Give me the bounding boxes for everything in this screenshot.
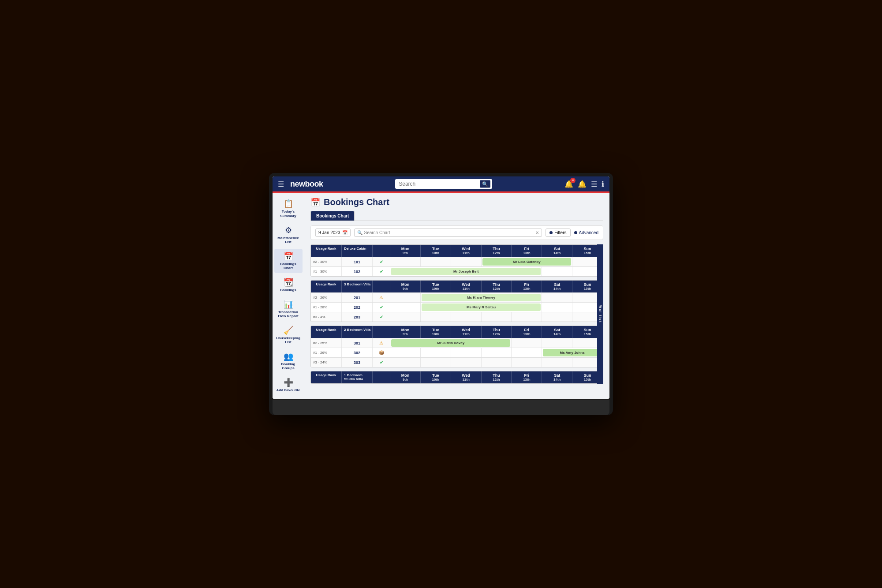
sidebar-item-booking-groups[interactable]: 👥 Booking Groups xyxy=(274,349,303,373)
col-fri: Fri13th xyxy=(512,371,542,383)
chart-search-input[interactable] xyxy=(364,230,534,235)
sidebar-label-transaction: Transaction Flow Report xyxy=(276,310,301,318)
col-sat: Sat14th xyxy=(542,245,572,257)
col-status xyxy=(373,326,390,338)
advanced-button[interactable]: Advanced xyxy=(574,230,598,235)
booking-bar[interactable]: Mr Lola Gatenby xyxy=(482,258,572,266)
sidebar-item-transaction[interactable]: 📊 Transaction Flow Report xyxy=(274,297,303,321)
day-4 xyxy=(482,358,512,367)
check-icon: ✔ xyxy=(380,360,383,365)
table-row: #3 - 4% 203 ✔ xyxy=(311,312,603,322)
nav-search-wrap: 🔍 xyxy=(328,179,560,189)
top-nav: ☰ newbook 🔍 🔔 4 🔔 ☰ ℹ xyxy=(273,176,609,193)
advanced-dot xyxy=(574,231,577,234)
table-row: #1 - 28% 202 ✔ Ms Mary R Saltau xyxy=(311,302,603,312)
rank-cell: #2 - 30% xyxy=(311,257,342,266)
booking-bar[interactable]: Mr Justin Dovey xyxy=(391,339,510,347)
sidebar-item-housekeeping[interactable]: 🧹 Housekeeping List xyxy=(274,323,303,347)
col-wed: Wed11th xyxy=(451,326,482,338)
day-6 xyxy=(542,267,572,276)
bookings-chart-tab[interactable]: Bookings Chart xyxy=(310,211,355,221)
day-1 xyxy=(390,312,421,322)
sidebar-label-todays-summary: Today's Summary xyxy=(276,210,301,218)
section-1bed-header: Usage Rank 1 Bedroom Studio Villa Mon9th… xyxy=(311,371,603,383)
status-cell: ✔ xyxy=(373,303,390,312)
room-cell: 202 xyxy=(342,303,373,312)
booking-bar[interactable]: Mr Joseph Belt xyxy=(391,268,541,275)
col-fri: Fri13th xyxy=(512,326,542,338)
day-4 xyxy=(482,312,512,322)
day-2 xyxy=(421,257,451,266)
day-6 xyxy=(542,293,572,302)
col-mon: Mon9th xyxy=(390,281,421,292)
day-6 xyxy=(542,358,572,367)
nav-icons: 🔔 4 🔔 ☰ ℹ xyxy=(564,180,604,188)
rank-cell: #2 - 26% xyxy=(311,293,342,302)
col-usage-rank: Usage Rank xyxy=(311,245,342,257)
todays-summary-icon: 📋 xyxy=(284,199,293,209)
sidebar-item-maintenance[interactable]: ⚙ Maintanence List xyxy=(274,223,303,247)
day-6 xyxy=(542,312,572,322)
section-2-bedroom-villa: Usage Rank 2 Bedroom Villa Mon9th Tue10t… xyxy=(310,326,603,367)
booking-bar[interactable]: Ms Amy Johns xyxy=(543,349,602,356)
col-usage-rank: Usage Rank xyxy=(311,281,342,292)
col-thu: Thu12th xyxy=(482,245,512,257)
check-icon: ✔ xyxy=(380,259,383,264)
filters-button[interactable]: Filters xyxy=(546,228,570,237)
sidebar-item-bookings[interactable]: 📆 Bookings xyxy=(274,275,303,295)
col-wed: Wed11th xyxy=(451,245,482,257)
status-cell: ✔ xyxy=(373,312,390,322)
bell-icon[interactable]: 🔔 xyxy=(578,180,587,188)
hamburger-icon[interactable]: ☰ xyxy=(278,180,284,188)
room-cell: 302 xyxy=(342,348,373,357)
sidebar-item-bookings-chart[interactable]: 📅 Bookings Chart xyxy=(274,249,303,273)
controls-row: 9 Jan 2023 📅 🔍 ✕ Filters Advanced xyxy=(310,225,603,240)
notification-icon[interactable]: 🔔 4 xyxy=(564,180,573,188)
col-thu: Thu12th xyxy=(482,371,512,383)
day-1 xyxy=(390,293,421,302)
booking-span: Mr Joseph Belt xyxy=(390,267,542,276)
bookings-icon: 📆 xyxy=(284,277,293,287)
housekeeping-icon: 🧹 xyxy=(284,326,293,335)
transaction-icon: 📊 xyxy=(284,300,293,309)
nav-search-container: 🔍 xyxy=(395,179,492,189)
sidebar-item-add-favourite[interactable]: ➕ Add Favourite xyxy=(274,375,303,395)
booking-groups-icon: 👥 xyxy=(284,352,293,361)
status-cell: ⚠ xyxy=(373,293,390,302)
section-2bed-header: Usage Rank 2 Bedroom Villa Mon9th Tue10t… xyxy=(311,326,603,338)
col-tue: Tue10th xyxy=(421,281,451,292)
room-cell: 301 xyxy=(342,338,373,348)
table-row: #3 - 24% 303 ✔ xyxy=(311,357,603,367)
day-5 xyxy=(512,358,542,367)
col-fri: Fri13th xyxy=(512,245,542,257)
page-header-icon: 📅 xyxy=(310,198,320,207)
room-cell: 102 xyxy=(342,267,373,276)
table-row: #1 - 30% 102 ✔ Mr Joseph Belt xyxy=(311,266,603,276)
day-2 xyxy=(421,348,451,357)
sidebar-item-todays-summary[interactable]: 📋 Today's Summary xyxy=(274,196,303,221)
warning-icon: ⚠ xyxy=(379,295,383,300)
calendar-icon[interactable]: 📅 xyxy=(342,230,348,235)
clear-search-icon[interactable]: ✕ xyxy=(535,230,539,235)
date-picker[interactable]: 9 Jan 2023 📅 xyxy=(315,228,351,237)
main-content: 📅 Bookings Chart Bookings Chart 9 Jan 20… xyxy=(304,193,609,398)
day-1 xyxy=(390,257,421,266)
col-thu: Thu12th xyxy=(482,326,512,338)
section-3-bedroom-villa: Usage Rank 3 Bedroom Villa Mon9th Tue10t… xyxy=(310,280,603,322)
col-thu: Thu12th xyxy=(482,281,512,292)
waitlist-bar[interactable]: Wai list xyxy=(597,244,603,384)
maintenance-icon: ⚙ xyxy=(285,225,292,235)
day-2 xyxy=(421,358,451,367)
nav-search-button[interactable]: 🔍 xyxy=(480,180,490,188)
app-logo: newbook xyxy=(290,180,323,189)
col-status xyxy=(373,245,390,257)
info-icon[interactable]: ℹ xyxy=(602,180,604,188)
col-tue: Tue10th xyxy=(421,245,451,257)
list-icon[interactable]: ☰ xyxy=(591,180,597,188)
booking-bar[interactable]: Ms Kiara Tierney xyxy=(422,294,541,301)
booking-bar[interactable]: Ms Mary R Saltau xyxy=(422,303,541,311)
booking-span: Mr Justin Dovey xyxy=(390,338,512,348)
screen: ☰ newbook 🔍 🔔 4 🔔 ☰ ℹ xyxy=(273,176,609,398)
nav-search-input[interactable] xyxy=(395,179,492,189)
col-fri: Fri13th xyxy=(512,281,542,292)
